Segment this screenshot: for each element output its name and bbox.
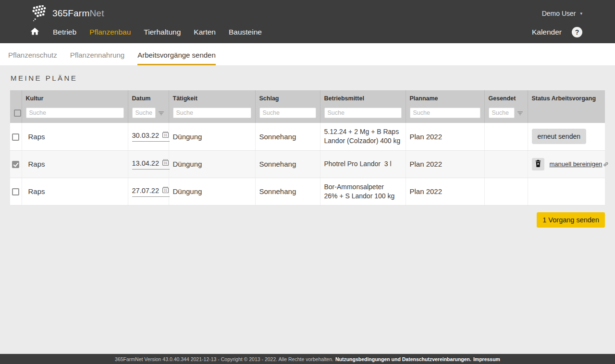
filter-icon[interactable] bbox=[517, 109, 524, 117]
svg-text:31: 31 bbox=[164, 134, 168, 137]
column-header-gesendet: Gesendet bbox=[484, 90, 528, 107]
row-checkbox[interactable] bbox=[12, 188, 19, 195]
tab-arbeitsvorgaenge-senden[interactable]: Arbeitsvorgänge senden bbox=[137, 51, 216, 65]
send-operations-button[interactable]: 1 Vorgang senden bbox=[537, 212, 605, 228]
sub-tabbar: Pflanzenschutz Pflanzennahrung Arbeitsvo… bbox=[0, 43, 615, 65]
column-header-select bbox=[10, 90, 22, 107]
tab-pflanzenschutz[interactable]: Pflanzenschutz bbox=[8, 51, 57, 65]
help-icon[interactable]: ? bbox=[572, 27, 582, 37]
nav-item-tierhaltung[interactable]: Tierhaltung bbox=[144, 28, 181, 36]
column-header-datum: Datum bbox=[128, 90, 169, 107]
tab-pflanzennahrung[interactable]: Pflanzennahrung bbox=[70, 51, 124, 65]
brand-text: 365FarmNet bbox=[52, 8, 104, 19]
app-header: 365FarmNet Demo User ▾ Betrieb Pflanzenb… bbox=[0, 0, 615, 43]
nav-item-kalender[interactable]: Kalender bbox=[532, 28, 562, 36]
discard-button[interactable] bbox=[532, 158, 544, 170]
nav-item-pflanzenbau[interactable]: Pflanzenbau bbox=[89, 28, 131, 36]
table-row: Raps 13.04.22 31 Düngung Sonnehang Photr… bbox=[10, 150, 605, 178]
filter-input-taetigkeit[interactable] bbox=[173, 108, 251, 118]
manual-clean-link[interactable]: manuell bereinigen bbox=[550, 160, 603, 168]
main-nav: Betrieb Pflanzenbau Tierhaltung Karten B… bbox=[0, 23, 615, 42]
column-header-taetigkeit: Tätigkeit bbox=[169, 90, 255, 107]
cell-kultur: Raps bbox=[22, 150, 128, 178]
filter-icon[interactable] bbox=[158, 109, 165, 117]
user-menu-label: Demo User bbox=[542, 10, 576, 17]
cell-datum: 27.07.22 31 bbox=[128, 178, 169, 205]
user-menu[interactable]: Demo User ▾ bbox=[542, 10, 582, 17]
date-field[interactable]: 13.04.22 31 bbox=[132, 159, 170, 170]
home-button[interactable] bbox=[30, 26, 40, 38]
date-field[interactable]: 27.07.22 31 bbox=[132, 186, 170, 197]
table-row: Raps 27.07.22 31 Düngung Sonnehang Bor-A… bbox=[10, 178, 605, 205]
calendar-icon: 31 bbox=[162, 186, 169, 195]
filter-input-gesendet[interactable] bbox=[489, 108, 515, 118]
resend-button[interactable]: erneut senden bbox=[532, 129, 587, 144]
cell-status: manuell bereinigen bbox=[528, 150, 605, 178]
cell-betriebsmittel: Photrel Pro Landor 3 l bbox=[320, 150, 406, 178]
cell-taetigkeit: Düngung bbox=[169, 123, 255, 150]
row-checkbox[interactable] bbox=[12, 133, 19, 141]
chevron-down-icon: ▾ bbox=[580, 11, 582, 16]
filter-input-planname[interactable] bbox=[410, 108, 480, 118]
cell-datum: 13.04.22 31 bbox=[128, 150, 169, 178]
column-header-planname: Planname bbox=[406, 90, 484, 107]
link-icon bbox=[603, 161, 609, 167]
cell-planname: Plan 2022 bbox=[406, 178, 484, 205]
svg-text:31: 31 bbox=[164, 161, 168, 165]
footer-impressum-link[interactable]: Impressum bbox=[473, 356, 500, 362]
cell-status: erneut senden bbox=[528, 123, 605, 150]
cell-gesendet bbox=[484, 123, 528, 150]
cell-gesendet bbox=[484, 150, 528, 178]
cell-schlag: Sonnehang bbox=[255, 123, 320, 150]
calendar-icon: 31 bbox=[162, 131, 169, 140]
cell-datum: 30.03.22 31 bbox=[128, 123, 169, 150]
plans-table: Kultur Datum Tätigkeit Schlag Betriebsmi… bbox=[10, 90, 605, 206]
cell-planname: Plan 2022 bbox=[406, 150, 484, 178]
main-content: MEINE PLÄNE Kultur Datum Tätigkeit Schla… bbox=[0, 65, 615, 354]
calendar-icon: 31 bbox=[162, 159, 169, 168]
app-footer: 365FarmNet Version 43.0.40.344 2021-12-1… bbox=[0, 354, 615, 364]
row-checkbox[interactable] bbox=[12, 161, 19, 168]
cell-kultur: Raps bbox=[22, 178, 128, 205]
cell-kultur: Raps bbox=[22, 123, 128, 150]
filter-input-datum[interactable] bbox=[132, 108, 156, 118]
cell-betriebsmittel: 5.12.24 + 2 Mg + B Raps Landor (Colzador… bbox=[320, 123, 406, 150]
nav-item-karten[interactable]: Karten bbox=[194, 28, 216, 36]
date-field[interactable]: 30.03.22 31 bbox=[132, 131, 170, 142]
svg-text:31: 31 bbox=[164, 189, 168, 192]
farmnet-logo: 365FarmNet bbox=[30, 5, 104, 21]
table-row: Raps 30.03.22 31 Düngung Sonnehang 5.12.… bbox=[10, 123, 605, 150]
cell-gesendet bbox=[484, 178, 528, 205]
column-header-status: Status Arbeitsvorgang bbox=[528, 90, 605, 107]
column-header-betriebsmittel: Betriebsmittel bbox=[320, 90, 406, 107]
cell-schlag: Sonnehang bbox=[255, 178, 320, 205]
cell-taetigkeit: Düngung bbox=[169, 150, 255, 178]
column-header-schlag: Schlag bbox=[255, 90, 320, 107]
filter-input-schlag[interactable] bbox=[259, 108, 316, 118]
filter-input-kultur[interactable] bbox=[26, 108, 124, 118]
filter-input-betriebsmittel[interactable] bbox=[324, 108, 402, 118]
cell-schlag: Sonnehang bbox=[255, 150, 320, 178]
footer-legal-link[interactable]: Nutzungsbedingungen und Datenschutzverei… bbox=[335, 356, 471, 362]
page-title: MEINE PLÄNE bbox=[11, 74, 605, 82]
home-icon bbox=[30, 26, 40, 38]
select-all-checkbox[interactable] bbox=[14, 109, 21, 117]
column-header-kultur: Kultur bbox=[22, 90, 128, 107]
farmnet-leaf-icon bbox=[30, 5, 49, 21]
cell-taetigkeit: Düngung bbox=[169, 178, 255, 205]
footer-version-text: 365FarmNet Version 43.0.40.344 2021-12-1… bbox=[115, 356, 333, 362]
cell-betriebsmittel: Bor-Ammonsalpeter 26% + S Landor 100 kg bbox=[320, 178, 406, 205]
nav-item-betrieb[interactable]: Betrieb bbox=[53, 28, 76, 36]
cell-status bbox=[528, 178, 605, 205]
nav-item-bausteine[interactable]: Bausteine bbox=[229, 28, 262, 36]
cell-planname: Plan 2022 bbox=[406, 123, 484, 150]
trash-icon bbox=[535, 160, 541, 169]
